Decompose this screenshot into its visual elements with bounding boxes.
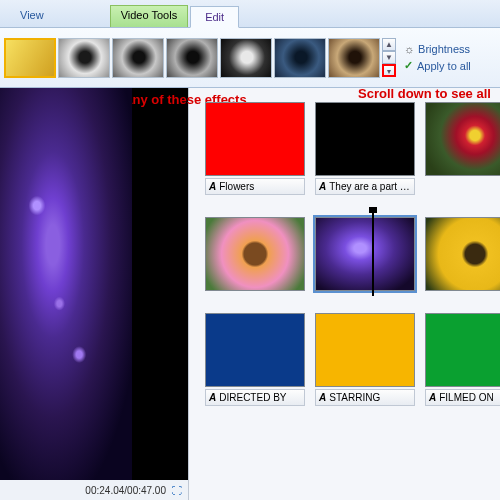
playhead[interactable] [372, 212, 374, 296]
clip-thumbnail[interactable] [425, 102, 500, 176]
effects-gallery [4, 38, 380, 78]
clip[interactable] [205, 217, 305, 291]
preview-time-bar: 00:24.04/00:47.00 ⛶ [0, 480, 188, 500]
brightness-label: Brightness [418, 43, 470, 55]
apply-all-label: Apply to all [417, 60, 471, 72]
effect-thumb[interactable] [274, 38, 326, 78]
clip-caption[interactable]: AFlowers [205, 178, 305, 195]
preview-pane: 00:24.04/00:47.00 ⛶ [0, 88, 189, 500]
time-display: 00:24.04/00:47.00 [85, 485, 166, 496]
clip-caption[interactable]: ASTARRING [315, 389, 415, 406]
brightness-icon [404, 43, 414, 55]
effect-thumb[interactable] [112, 38, 164, 78]
clip[interactable] [425, 217, 500, 291]
clip-thumbnail[interactable] [425, 313, 500, 387]
apply-to-all-button[interactable]: Apply to all [404, 59, 471, 72]
clip-thumbnail[interactable] [425, 217, 500, 291]
clip[interactable]: AThey are a part of.. [315, 102, 415, 195]
tab-view[interactable]: View [6, 5, 58, 27]
clip[interactable] [315, 217, 415, 291]
effect-thumb[interactable] [58, 38, 110, 78]
clip-caption[interactable]: AThey are a part of.. [315, 178, 415, 195]
preview-video[interactable] [0, 88, 188, 480]
preview-frame [0, 88, 132, 480]
ribbon-tabs-bar: View Video Tools Edit [0, 0, 500, 28]
clip-thumbnail[interactable] [315, 102, 415, 176]
clip-thumbnail[interactable] [205, 217, 305, 291]
gallery-expand-button[interactable]: ▾ [382, 64, 396, 77]
clip[interactable]: ASTARRING [315, 313, 415, 406]
clip-thumbnail[interactable] [205, 102, 305, 176]
tab-edit[interactable]: Edit [190, 6, 239, 28]
ribbon-body: ▲ ▼ ▾ Brightness Apply to all [0, 28, 500, 88]
clip[interactable] [425, 102, 500, 195]
check-icon [404, 59, 413, 72]
effect-thumb[interactable] [166, 38, 218, 78]
effect-thumb[interactable] [4, 38, 56, 78]
gallery-scroll-down[interactable]: ▼ [382, 51, 396, 64]
effect-thumb[interactable] [220, 38, 272, 78]
brightness-button[interactable]: Brightness [404, 43, 471, 55]
clip-thumbnail[interactable] [205, 313, 305, 387]
contextual-tab-group-label: Video Tools [110, 5, 188, 27]
gallery-scroll: ▲ ▼ ▾ [382, 38, 396, 77]
clip-thumbnail-selected[interactable] [315, 217, 415, 291]
fullscreen-icon[interactable]: ⛶ [172, 485, 182, 496]
clip-caption[interactable]: ADIRECTED BY [205, 389, 305, 406]
clip-thumbnail[interactable] [315, 313, 415, 387]
clip[interactable]: AFILMED ON [425, 313, 500, 406]
clip[interactable]: AFlowers [205, 102, 305, 195]
clip-caption[interactable]: AFILMED ON [425, 389, 500, 406]
storyboard-pane: AFlowers AThey are a part of.. [189, 88, 500, 500]
clip[interactable]: ADIRECTED BY [205, 313, 305, 406]
effect-thumb[interactable] [328, 38, 380, 78]
gallery-scroll-up[interactable]: ▲ [382, 38, 396, 51]
